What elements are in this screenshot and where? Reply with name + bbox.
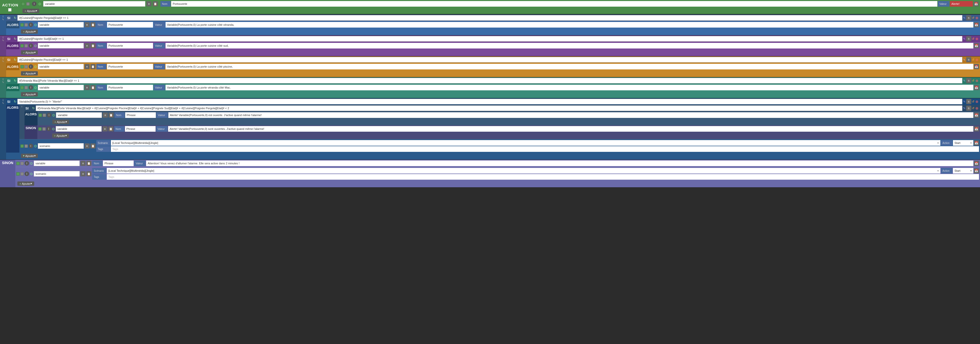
si3-pencil-icon[interactable]: ✎ <box>963 58 966 62</box>
si4-add-btn[interactable]: +Ajouter ▾ <box>21 92 38 97</box>
si4-alors-var-input[interactable]: variable <box>38 85 84 90</box>
si5-scen-cal[interactable]: 📅 <box>974 140 979 146</box>
nested-sinon-sq[interactable] <box>42 127 46 131</box>
si5-scen-sq[interactable] <box>24 144 28 148</box>
sinon-icon2a[interactable]: ≡ <box>81 171 86 176</box>
si4-delete-icon[interactable]: ⊗ <box>975 79 978 83</box>
si5-delete-icon[interactable]: ⊗ <box>975 100 978 104</box>
si1-alors-var-input[interactable]: variable <box>38 22 84 28</box>
nested-sinon-icon2[interactable]: 📋 <box>108 126 113 132</box>
si1-cal-icon[interactable]: 📅 <box>974 22 979 27</box>
si2-alors-icon2[interactable]: 📋 <box>91 43 95 48</box>
si1-add-btn[interactable]: +Ajouter ▾ <box>21 29 38 34</box>
si2-cal-icon[interactable]: 📅 <box>974 43 979 48</box>
sinon-var2[interactable]: scenario <box>34 171 80 177</box>
si2-alors-cb[interactable] <box>21 44 24 48</box>
nested-sinon-icon1[interactable]: ≡ <box>102 126 108 132</box>
nested-si-pencil[interactable]: ✎ <box>963 107 966 110</box>
sinon-sq2[interactable] <box>21 172 24 176</box>
si5-action-val[interactable]: Start ▾ <box>953 140 974 146</box>
si1-copy-icon[interactable]: ⎘ <box>966 15 971 21</box>
si1-delete-icon[interactable]: ⊗ <box>975 16 978 20</box>
si3-sync-icon[interactable]: ↻ <box>14 58 16 62</box>
si3-valeur-val[interactable]: Variable(Portouverte,0) La porte cuisine… <box>165 64 974 70</box>
nested-alors-var[interactable]: variable <box>56 112 102 118</box>
si1-pencil-icon[interactable]: ✎ <box>963 16 966 20</box>
si5-condition-input[interactable]: Variable(Portouverte,0) != "Alerte!" <box>18 99 963 105</box>
si5-refresh-icon[interactable]: ↺ <box>972 100 974 103</box>
si5-sync-icon[interactable]: ↻ <box>14 100 16 103</box>
sinon-valeur-val[interactable]: Attention! Vous venez d'allumer l'alarme… <box>146 160 974 166</box>
si5-pencil-icon[interactable]: ✎ <box>963 100 966 103</box>
si5-scen-var[interactable]: scenario <box>38 143 84 149</box>
si2-delete-icon[interactable]: ⊗ <box>975 37 978 41</box>
nested-si-condition[interactable]: #[Véranda Mac][Porte Véranda Mac][Etat]#… <box>36 105 963 111</box>
sinon-cal2[interactable]: 📅 <box>974 168 979 173</box>
sinon-add-btn[interactable]: +Ajouter ▾ <box>18 181 34 186</box>
si2-alors-sq[interactable] <box>24 44 28 48</box>
nested-si-copy[interactable]: ⎘ <box>966 106 971 111</box>
si2-alors-icon1[interactable]: ≡ <box>84 43 90 48</box>
si1-alors-sq[interactable] <box>24 23 28 27</box>
si2-condition-input[interactable]: #[Cuisine][Poignée Sud][Etat]# == 1 <box>18 36 963 41</box>
si3-alors-icon2[interactable]: 📋 <box>91 64 95 69</box>
si1-alors-icon1[interactable]: ≡ <box>84 22 90 27</box>
action-icon-2[interactable]: 📋 <box>153 1 158 6</box>
sinon-icon1a[interactable]: ≡ <box>81 161 86 166</box>
sinon-icon2b[interactable]: 📋 <box>86 171 91 176</box>
nested-alors-add-btn[interactable]: +Ajouter ▾ <box>52 120 69 124</box>
si1-condition-input[interactable]: #[Cuisine][Poignée Pergola][Etat]# == 1 <box>18 15 963 21</box>
si5-copy-icon[interactable]: ⎘ <box>966 99 971 104</box>
si3-nom-val[interactable]: Portouverte <box>107 64 153 70</box>
si3-delete-icon[interactable]: ⊗ <box>975 58 978 62</box>
nested-alors-cal[interactable]: 📅 <box>974 113 979 117</box>
nested-si-sync[interactable]: ↻ <box>32 106 35 110</box>
nested-sinon-add-btn[interactable]: +Ajouter ▾ <box>52 133 69 138</box>
si4-alors-icon2[interactable]: 📋 <box>91 85 95 90</box>
si5-scen-icon2[interactable]: 📋 <box>91 143 95 149</box>
nested-sinon-cb[interactable] <box>38 127 41 131</box>
si5-tags-val[interactable]: Tags <box>111 146 979 152</box>
si3-cal-icon[interactable]: 📅 <box>974 64 979 69</box>
si3-refresh-icon[interactable]: ↺ <box>972 58 974 62</box>
si3-condition-input[interactable]: #[Cuisine][Poignée Piscine][Etat]# == 1 <box>18 57 963 62</box>
si3-alors-var-input[interactable]: variable <box>38 64 84 70</box>
nested-alors-nom-val[interactable]: Phrase <box>125 112 156 118</box>
si3-expand[interactable]: ✎ <box>2 60 4 63</box>
si3-copy-icon[interactable]: ⎘ <box>966 57 971 62</box>
si4-refresh-icon[interactable]: ↺ <box>972 79 974 82</box>
si3-alors-cb[interactable] <box>21 65 24 68</box>
si2-nom-val[interactable]: Portouverte <box>107 43 153 49</box>
action-square[interactable] <box>26 2 30 6</box>
nested-si-refresh[interactable]: ↺ <box>972 106 974 110</box>
action-icon-1[interactable]: ≡ <box>146 1 151 6</box>
nom-value[interactable]: Portouverte <box>171 1 937 6</box>
si5-add-btn[interactable]: ▾Ajouter ▾ <box>21 154 38 158</box>
sinon-sq1[interactable] <box>21 162 24 165</box>
action-cal-icon[interactable]: 📅 <box>974 1 979 6</box>
si2-sync-icon[interactable]: ↻ <box>14 37 16 41</box>
alerte-value[interactable]: Alerte! <box>950 1 973 6</box>
si3-add-btn[interactable]: +Ajouter ▾ <box>21 71 38 76</box>
nested-sinon-cal[interactable]: 📅 <box>974 126 979 132</box>
si4-valeur-val[interactable]: Variable(Portouverte,0) La porte véranda… <box>165 85 974 90</box>
sinon-icon1b[interactable]: 📋 <box>86 161 91 166</box>
action-checkbox-1[interactable] <box>21 2 25 6</box>
sinon-scen-val[interactable]: [Local Technique][Multimédia][Jingle] ▾ <box>107 168 940 174</box>
action-checkbox[interactable] <box>8 8 11 11</box>
action-variable-input[interactable]: variable <box>43 1 145 6</box>
si5-scen-val[interactable]: [Local Technique][Multimédia][Jingle] ▾ <box>111 140 941 146</box>
nested-alors-sq[interactable] <box>43 114 46 117</box>
si2-pencil-icon[interactable]: ✎ <box>963 37 966 41</box>
add-button-action[interactable]: +Ajouter ▾ <box>22 9 39 13</box>
sinon-cal1[interactable]: 📅 <box>974 161 979 166</box>
nested-alors-icon1[interactable]: ≡ <box>103 113 108 117</box>
sinon-tags-val[interactable]: Tags <box>107 174 979 180</box>
si2-valeur-val[interactable]: Variable(Portouverte,0) La porte cuisine… <box>165 43 974 49</box>
si4-pencil-icon[interactable]: ✎ <box>963 79 966 82</box>
nested-sinon-nom-val[interactable]: Phrase <box>125 126 156 132</box>
si1-expand[interactable]: ✎ <box>2 18 4 21</box>
nested-alors-cb[interactable] <box>38 114 42 117</box>
nested-sinon-valeur-val[interactable]: Alerte! Variable(Portouverte,0) sont ouv… <box>168 126 974 132</box>
si5-scen-cb[interactable] <box>21 144 24 148</box>
